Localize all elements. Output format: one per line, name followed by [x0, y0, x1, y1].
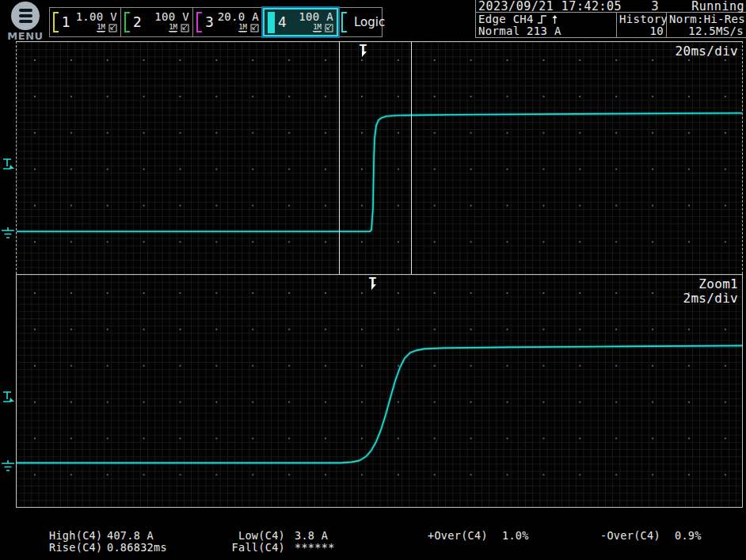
measurement-column: Low(C4) 3.8 A Fall(C4) ****** — [228, 530, 335, 554]
zoom-trigger-position-icon[interactable]: T — [369, 276, 376, 286]
trigger-type: Edge CH4 — [478, 13, 534, 25]
run-state-indicator: Running — [691, 0, 744, 13]
sample-rate: 12.5MS/s — [669, 25, 744, 37]
measurement-label: Rise(C4) — [49, 542, 107, 554]
channel-bar: 1 1.00 V 1M 2 100 V 1M — [49, 7, 383, 37]
ch4-zoom-trace-glow — [17, 345, 742, 463]
channel-2-color-bracket — [124, 12, 130, 32]
history-label: History — [619, 13, 664, 25]
trigger-level-marker[interactable] — [2, 158, 16, 171]
history-cell[interactable]: History 10 — [617, 13, 667, 37]
measurement-value: 3.8 A — [295, 530, 328, 542]
zoom-window-left-edge[interactable] — [339, 42, 340, 274]
probe-attenuation-icon — [250, 24, 259, 32]
channel-1-button[interactable]: 1 1.00 V 1M — [50, 8, 121, 36]
zoom-waveform-area[interactable]: T Zoom1 2ms/div — [16, 274, 743, 508]
input-impedance-icon: 1M — [313, 24, 322, 32]
channel-4-color-bracket — [268, 12, 275, 33]
trigger-position-icon[interactable]: T — [360, 43, 367, 53]
zoom-timebase-label: 2ms/div — [683, 291, 738, 306]
measurement-value: 407.8 A — [107, 530, 154, 542]
acquisition-mode-cell[interactable]: Norm:Hi-Res 12.5MS/s — [667, 13, 746, 37]
status-panel: 2023/09/21 17:42:05 3 Running Edge CH4 N… — [475, 0, 746, 38]
measurement-value: 0.86832ms — [107, 542, 167, 554]
channel-4-button[interactable]: 4 100 A 1M — [263, 8, 338, 36]
main-timebase-label: 20ms/div — [676, 44, 738, 59]
zoom-window-title: Zoom1 — [698, 276, 738, 291]
channel-number: 4 — [278, 14, 287, 30]
channel-3-color-bracket — [196, 12, 202, 32]
logic-color-bracket — [341, 12, 347, 32]
rising-edge-icon — [537, 14, 548, 25]
channel-1-color-bracket — [53, 12, 59, 32]
main-waveform-area[interactable]: T 20ms/div — [16, 41, 743, 274]
oscilloscope-screen: MENU 1 1.00 V 1M 2 100 V — [0, 0, 746, 560]
measurement-label: -Over(C4) — [600, 530, 675, 542]
zoom-channel4-ground-marker[interactable] — [1, 460, 15, 473]
menu-button-label: MENU — [6, 30, 44, 42]
channel-2-button[interactable]: 2 100 V 1M — [121, 8, 193, 36]
input-impedance-icon: 1M — [169, 24, 177, 32]
hamburger-menu-icon — [11, 2, 40, 30]
zoom-trigger-level-marker[interactable] — [2, 390, 16, 404]
menu-button[interactable]: MENU — [6, 2, 44, 42]
status-top-row: 2023/09/21 17:42:05 3 Running — [476, 0, 746, 13]
probe-attenuation-icon — [108, 24, 117, 32]
measurement-label: Fall(C4) — [228, 542, 285, 554]
ch4-zoom-trace — [17, 345, 742, 463]
measurement-label: +Over(C4) — [428, 530, 502, 542]
trigger-mode-level: Normal 213 A — [478, 25, 614, 37]
acquisition-count: 3 — [651, 0, 659, 13]
trigger-flag-icon — [371, 284, 376, 290]
measurement-column: -Over(C4) 0.9% — [600, 530, 702, 542]
input-impedance-icon: 1M — [97, 24, 105, 32]
channel-3-button[interactable]: 3 20.0 A 1M — [193, 8, 263, 36]
zoom-window-right-edge[interactable] — [411, 42, 412, 274]
ch4-trace — [17, 113, 742, 231]
channel-scale-value: 100 V — [154, 11, 189, 23]
history-value: 10 — [619, 25, 664, 37]
trigger-settings-cell[interactable]: Edge CH4 Normal 213 A — [476, 13, 617, 37]
measurement-column: +Over(C4) 1.0% — [428, 530, 529, 542]
measurement-label: Low(C4) — [228, 530, 285, 542]
measurement-value: ****** — [295, 542, 335, 554]
channel-scale-value: 1.00 V — [76, 11, 117, 23]
acquisition-mode: Norm:Hi-Res — [669, 13, 744, 25]
channel-scale-value: 20.0 A — [218, 11, 259, 23]
channel4-ground-marker[interactable] — [1, 227, 15, 240]
ch4-trace-glow — [17, 113, 742, 231]
trigger-flag-icon — [362, 51, 367, 57]
measurement-readouts: High(C4) 407.8 A Rise(C4) 0.86832ms Low(… — [0, 530, 746, 557]
channel-scale-value: 100 A — [299, 11, 333, 23]
channel-number: 3 — [205, 14, 214, 30]
datetime: 2023/09/21 17:42:05 — [478, 0, 622, 13]
channel-number: 2 — [133, 14, 142, 30]
logic-label: Logic — [354, 15, 385, 29]
measurement-label: High(C4) — [49, 530, 107, 542]
logic-button[interactable]: Logic — [338, 8, 382, 36]
probe-attenuation-icon — [325, 24, 333, 32]
measurement-value: 1.0% — [502, 530, 529, 542]
slope-up-arrow-icon — [551, 14, 558, 25]
channel-number: 1 — [62, 14, 70, 30]
measurement-column: High(C4) 407.8 A Rise(C4) 0.86832ms — [49, 530, 167, 554]
probe-attenuation-icon — [181, 24, 189, 32]
input-impedance-icon: 1M — [238, 24, 247, 32]
measurement-value: 0.9% — [675, 530, 702, 542]
